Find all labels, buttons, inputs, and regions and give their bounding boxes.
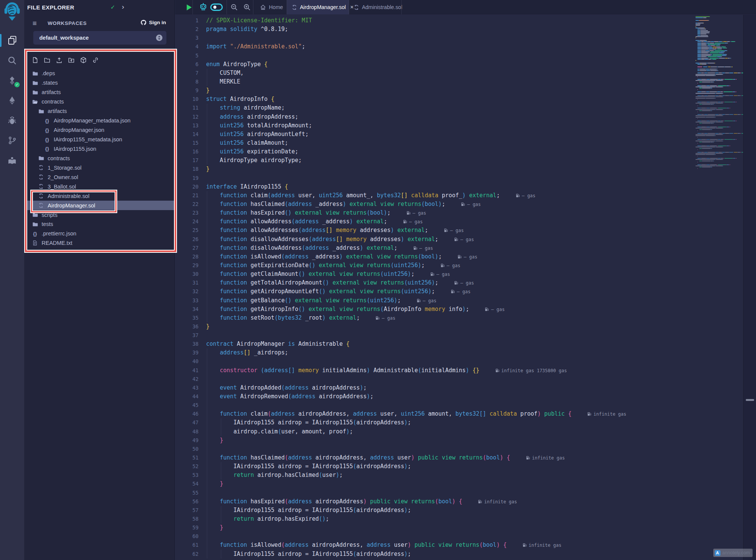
code-line-22[interactable]: 22 function hasClaimed(address _address)…: [175, 200, 694, 209]
tree-item-tests[interactable]: tests: [24, 220, 174, 229]
code-line-60[interactable]: 60: [175, 532, 694, 541]
code-line-6[interactable]: 6enum AirdropType {: [175, 60, 694, 69]
new-folder-button[interactable]: [43, 57, 51, 63]
code-line-50[interactable]: 50: [175, 445, 694, 453]
code-line-15[interactable]: 15 uint256 claimAmount;: [175, 139, 694, 147]
tree-item-administrable-sol[interactable]: Administrable.sol: [24, 191, 174, 201]
run-script-button[interactable]: [185, 0, 193, 14]
hamburger-menu-icon[interactable]: ≡: [33, 20, 37, 27]
code-line-7[interactable]: 7 CUSTOM,: [175, 69, 694, 77]
code-line-34[interactable]: 34 function getAirdropInfo() external vi…: [175, 305, 694, 314]
activity-item-search[interactable]: [0, 50, 24, 70]
code-line-5[interactable]: 5: [175, 51, 694, 60]
code-line-55[interactable]: 55: [175, 489, 694, 497]
tree-item-airdropmanager-sol[interactable]: AirdropManager.sol: [24, 201, 174, 210]
workspace-select[interactable]: default_workspace: [33, 31, 166, 45]
code-line-47[interactable]: 47 IAirdrop1155 airdrop = IAirdrop1155(a…: [175, 418, 694, 427]
code-line-51[interactable]: 51 function hasClaimed(address airdropAd…: [175, 453, 694, 462]
code-line-11[interactable]: 11 string airdropName;: [175, 104, 694, 112]
upload-file-button[interactable]: [56, 57, 63, 63]
tree-item-iairdrop1155-metadata-json[interactable]: {}IAirdrop1155_metadata.json: [24, 135, 174, 144]
import-box-button[interactable]: [80, 57, 87, 63]
activity-item-deploy-run[interactable]: [0, 90, 24, 110]
code-line-20[interactable]: 20interface IAirdrop1155 {: [175, 183, 694, 191]
scrollbar-thumb[interactable]: [746, 399, 754, 401]
code-line-30[interactable]: 30 function getClaimAmount() external vi…: [175, 270, 694, 278]
tree-item-scripts[interactable]: scripts: [24, 210, 174, 220]
zoom-in-button[interactable]: [243, 0, 251, 14]
code-line-45[interactable]: 45: [175, 401, 694, 410]
code-line-38[interactable]: 38contract AirdropManager is Administrab…: [175, 340, 694, 348]
code-line-53[interactable]: 53 return airdrop.hasClaimed(user);: [175, 471, 694, 480]
code-line-10[interactable]: 10struct AirdropInfo {: [175, 95, 694, 104]
code-line-39[interactable]: 39 address[] _airdrops;: [175, 348, 694, 357]
activity-item-solidity-compiler[interactable]: ✓: [0, 70, 24, 90]
code-line-43[interactable]: 43 event AirdropAdded(address airdropAdd…: [175, 384, 694, 392]
minimap[interactable]: [694, 15, 742, 560]
code-line-21[interactable]: 21 function claim(address user, uint256 …: [175, 191, 694, 200]
tree-item-iairdrop1155-json[interactable]: {}IAirdrop1155.json: [24, 144, 174, 154]
code-line-59[interactable]: 59 }: [175, 523, 694, 532]
code-line-33[interactable]: 33 function getBalance() external view r…: [175, 296, 694, 305]
code-line-19[interactable]: 19: [175, 174, 694, 183]
code-line-16[interactable]: 16 uint256 expirationDate;: [175, 147, 694, 156]
tree-item-artifacts[interactable]: artifacts: [24, 88, 174, 97]
tree-item-airdropmanager-metadata-json[interactable]: {}AirdropManager_metadata.json: [24, 116, 174, 125]
tab-administrable-sol[interactable]: Administrable.sol: [349, 0, 401, 14]
code-line-40[interactable]: 40: [175, 357, 694, 366]
code-line-41[interactable]: 41 constructor (address[] memory initial…: [175, 366, 694, 375]
code-line-56[interactable]: 56 function hasExpired(address airdropAd…: [175, 497, 694, 506]
code-line-25[interactable]: 25 function allowAddresses(address[] mem…: [175, 226, 694, 235]
activity-item-debugger[interactable]: [0, 110, 24, 130]
ai-toggle-button[interactable]: [210, 0, 223, 14]
code-line-28[interactable]: 28 function isAllowed(address _address) …: [175, 252, 694, 261]
code-line-24[interactable]: 24 function allowAddress(address _addres…: [175, 217, 694, 226]
tree-item-artifacts[interactable]: artifacts: [24, 107, 174, 116]
code-line-1[interactable]: 1// SPDX-License-Identifier: MIT: [175, 16, 694, 25]
tree-item--deps[interactable]: .deps: [24, 69, 174, 78]
activity-item-learneth[interactable]: [0, 150, 24, 170]
tree-item-1-storage-sol[interactable]: 1_Storage.sol: [24, 163, 174, 172]
code-line-58[interactable]: 58 return airdrop.hasExpired();: [175, 515, 694, 523]
code-line-3[interactable]: 3: [175, 34, 694, 42]
code-line-8[interactable]: 8 MERKLE: [175, 77, 694, 86]
code-line-36[interactable]: 36}: [175, 322, 694, 331]
import-link-button[interactable]: [92, 57, 99, 63]
tree-item-readme-txt[interactable]: README.txt: [24, 238, 174, 248]
code-line-62[interactable]: 62 IAirdrop1155 airdrop = IAirdrop1155(a…: [175, 550, 694, 558]
code-line-4[interactable]: 4import "./Administrable.sol";: [175, 42, 694, 51]
chevron-right-icon[interactable]: ›: [122, 3, 124, 11]
new-file-button[interactable]: [32, 57, 39, 63]
tree-item-airdropmanager-json[interactable]: {}AirdropManager.json: [24, 125, 174, 135]
code-line-27[interactable]: 27 function disallowAddress(address _add…: [175, 244, 694, 252]
code-line-9[interactable]: 9}: [175, 86, 694, 95]
activity-item-source-control[interactable]: [0, 130, 24, 150]
tree-item-3-ballot-sol[interactable]: 3_Ballot.sol: [24, 182, 174, 191]
code-line-13[interactable]: 13 uint256 totalAirdropAmount;: [175, 121, 694, 130]
code-line-48[interactable]: 48 airdrop.claim(user, amount, proof);: [175, 427, 694, 436]
code-editor[interactable]: 1// SPDX-License-Identifier: MIT2pragma …: [175, 15, 694, 560]
code-line-46[interactable]: 46 function claim(address airdropAddress…: [175, 410, 694, 418]
tree-item--prettierrc-json[interactable]: {}.prettierrc.json: [24, 229, 174, 238]
code-line-14[interactable]: 14 uint256 airdropAmountLeft;: [175, 130, 694, 139]
code-line-18[interactable]: 18}: [175, 165, 694, 173]
code-line-29[interactable]: 29 function getExpirationDate() external…: [175, 261, 694, 270]
code-line-57[interactable]: 57 IAirdrop1155 airdrop = IAirdrop1155(a…: [175, 506, 694, 515]
tree-item--states[interactable]: .states: [24, 78, 174, 88]
code-line-12[interactable]: 12 address airdropAddress;: [175, 113, 694, 121]
code-line-35[interactable]: 35 function setRoot(bytes32 _root) exter…: [175, 314, 694, 322]
code-line-61[interactable]: 61 function isAllowed(address airdropAdd…: [175, 541, 694, 549]
sign-in-button[interactable]: Sign in: [140, 19, 166, 26]
code-line-54[interactable]: 54 }: [175, 480, 694, 488]
code-line-49[interactable]: 49 }: [175, 436, 694, 445]
code-line-42[interactable]: 42: [175, 375, 694, 384]
code-line-2[interactable]: 2pragma solidity ^0.8.19;: [175, 25, 694, 34]
activity-item-file-explorer[interactable]: [0, 30, 24, 50]
tree-item-contracts[interactable]: contracts: [24, 97, 174, 107]
code-line-26[interactable]: 26 function disallowAddresses(address[] …: [175, 235, 694, 244]
tab-home[interactable]: Home: [255, 0, 284, 14]
code-line-52[interactable]: 52 IAirdrop1155 airdrop = IAirdrop1155(a…: [175, 462, 694, 471]
tree-item-contracts[interactable]: contracts: [24, 153, 174, 163]
tree-item-2-owner-sol[interactable]: 2_Owner.sol: [24, 172, 174, 182]
upload-folder-button[interactable]: [68, 57, 75, 63]
